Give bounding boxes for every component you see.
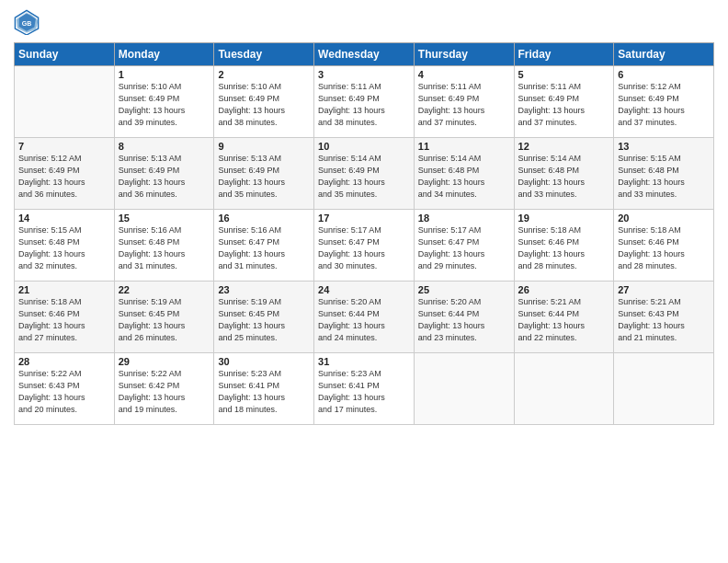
logo: GB [14, 9, 43, 35]
day-number: 5 [518, 69, 610, 80]
day-number: 16 [218, 213, 310, 224]
day-number: 13 [618, 141, 710, 152]
day-info: Sunrise: 5:12 AM Sunset: 6:49 PM Dayligh… [618, 81, 710, 129]
day-info: Sunrise: 5:17 AM Sunset: 6:47 PM Dayligh… [418, 224, 510, 272]
calendar-table: SundayMondayTuesdayWednesdayThursdayFrid… [14, 42, 714, 425]
day-number: 1 [119, 69, 210, 80]
calendar-cell: 14Sunrise: 5:15 AM Sunset: 6:48 PM Dayli… [15, 210, 115, 282]
calendar-cell: 8Sunrise: 5:13 AM Sunset: 6:49 PM Daylig… [114, 138, 214, 210]
calendar-cell: 3Sunrise: 5:11 AM Sunset: 6:49 PM Daylig… [314, 66, 415, 138]
day-number: 3 [318, 69, 410, 80]
day-number: 18 [418, 213, 510, 224]
calendar-cell: 4Sunrise: 5:11 AM Sunset: 6:49 PM Daylig… [414, 66, 514, 138]
week-row-4: 28Sunrise: 5:22 AM Sunset: 6:43 PM Dayli… [15, 353, 714, 425]
weekday-header-row: SundayMondayTuesdayWednesdayThursdayFrid… [15, 43, 714, 66]
day-number: 7 [18, 141, 110, 152]
calendar-cell: 6Sunrise: 5:12 AM Sunset: 6:49 PM Daylig… [614, 66, 714, 138]
day-info: Sunrise: 5:12 AM Sunset: 6:49 PM Dayligh… [18, 153, 110, 201]
day-info: Sunrise: 5:14 AM Sunset: 6:48 PM Dayligh… [518, 153, 610, 201]
calendar-cell: 10Sunrise: 5:14 AM Sunset: 6:49 PM Dayli… [314, 138, 415, 210]
day-info: Sunrise: 5:17 AM Sunset: 6:47 PM Dayligh… [318, 224, 410, 272]
header: GB [14, 9, 714, 35]
day-number: 25 [418, 284, 510, 295]
week-row-2: 14Sunrise: 5:15 AM Sunset: 6:48 PM Dayli… [15, 210, 714, 282]
day-number: 28 [18, 356, 110, 367]
calendar-cell: 31Sunrise: 5:23 AM Sunset: 6:41 PM Dayli… [314, 353, 415, 425]
day-number: 29 [119, 356, 210, 367]
calendar-cell: 21Sunrise: 5:18 AM Sunset: 6:46 PM Dayli… [15, 282, 115, 353]
day-number: 19 [518, 213, 610, 224]
weekday-friday: Friday [514, 43, 614, 66]
day-info: Sunrise: 5:14 AM Sunset: 6:49 PM Dayligh… [318, 153, 410, 201]
day-number: 2 [218, 69, 310, 80]
day-number: 6 [618, 69, 710, 80]
calendar-cell: 18Sunrise: 5:17 AM Sunset: 6:47 PM Dayli… [414, 210, 514, 282]
weekday-saturday: Saturday [614, 43, 714, 66]
day-info: Sunrise: 5:22 AM Sunset: 6:43 PM Dayligh… [18, 368, 110, 416]
calendar-cell [15, 66, 115, 138]
day-info: Sunrise: 5:22 AM Sunset: 6:42 PM Dayligh… [119, 368, 210, 416]
day-info: Sunrise: 5:23 AM Sunset: 6:41 PM Dayligh… [318, 368, 410, 416]
day-number: 27 [618, 284, 710, 295]
calendar-cell: 26Sunrise: 5:21 AM Sunset: 6:44 PM Dayli… [514, 282, 614, 353]
week-row-3: 21Sunrise: 5:18 AM Sunset: 6:46 PM Dayli… [15, 282, 714, 353]
day-number: 12 [518, 141, 610, 152]
day-number: 9 [218, 141, 310, 152]
calendar-cell: 16Sunrise: 5:16 AM Sunset: 6:47 PM Dayli… [214, 210, 314, 282]
logo-icon: GB [14, 9, 40, 35]
calendar-cell [514, 353, 614, 425]
calendar-cell: 15Sunrise: 5:16 AM Sunset: 6:48 PM Dayli… [114, 210, 214, 282]
day-number: 10 [318, 141, 410, 152]
weekday-sunday: Sunday [15, 43, 115, 66]
calendar-cell: 17Sunrise: 5:17 AM Sunset: 6:47 PM Dayli… [314, 210, 415, 282]
day-number: 23 [218, 284, 310, 295]
day-number: 14 [18, 213, 110, 224]
calendar-cell: 1Sunrise: 5:10 AM Sunset: 6:49 PM Daylig… [114, 66, 214, 138]
day-info: Sunrise: 5:11 AM Sunset: 6:49 PM Dayligh… [418, 81, 510, 129]
calendar-cell: 28Sunrise: 5:22 AM Sunset: 6:43 PM Dayli… [15, 353, 115, 425]
day-info: Sunrise: 5:15 AM Sunset: 6:48 PM Dayligh… [18, 224, 110, 272]
day-info: Sunrise: 5:11 AM Sunset: 6:49 PM Dayligh… [318, 81, 410, 129]
day-info: Sunrise: 5:19 AM Sunset: 6:45 PM Dayligh… [218, 296, 310, 344]
day-info: Sunrise: 5:18 AM Sunset: 6:46 PM Dayligh… [618, 224, 710, 272]
day-info: Sunrise: 5:18 AM Sunset: 6:46 PM Dayligh… [18, 296, 110, 344]
day-number: 11 [418, 141, 510, 152]
weekday-wednesday: Wednesday [314, 43, 415, 66]
day-info: Sunrise: 5:21 AM Sunset: 6:44 PM Dayligh… [518, 296, 610, 344]
page: GB SundayMondayTuesdayWednesdayThursdayF… [0, 0, 728, 563]
day-info: Sunrise: 5:14 AM Sunset: 6:48 PM Dayligh… [418, 153, 510, 201]
calendar-cell: 19Sunrise: 5:18 AM Sunset: 6:46 PM Dayli… [514, 210, 614, 282]
calendar-cell: 7Sunrise: 5:12 AM Sunset: 6:49 PM Daylig… [15, 138, 115, 210]
day-number: 30 [218, 356, 310, 367]
calendar-cell: 13Sunrise: 5:15 AM Sunset: 6:48 PM Dayli… [614, 138, 714, 210]
calendar-cell: 29Sunrise: 5:22 AM Sunset: 6:42 PM Dayli… [114, 353, 214, 425]
day-info: Sunrise: 5:13 AM Sunset: 6:49 PM Dayligh… [119, 153, 210, 201]
day-number: 31 [318, 356, 410, 367]
calendar-cell [414, 353, 514, 425]
day-number: 21 [18, 284, 110, 295]
calendar-cell: 24Sunrise: 5:20 AM Sunset: 6:44 PM Dayli… [314, 282, 415, 353]
day-number: 8 [119, 141, 210, 152]
day-info: Sunrise: 5:21 AM Sunset: 6:43 PM Dayligh… [618, 296, 710, 344]
calendar-cell: 11Sunrise: 5:14 AM Sunset: 6:48 PM Dayli… [414, 138, 514, 210]
day-info: Sunrise: 5:20 AM Sunset: 6:44 PM Dayligh… [318, 296, 410, 344]
weekday-thursday: Thursday [414, 43, 514, 66]
calendar-cell: 20Sunrise: 5:18 AM Sunset: 6:46 PM Dayli… [614, 210, 714, 282]
calendar-cell: 9Sunrise: 5:13 AM Sunset: 6:49 PM Daylig… [214, 138, 314, 210]
calendar-cell: 22Sunrise: 5:19 AM Sunset: 6:45 PM Dayli… [114, 282, 214, 353]
calendar-cell: 27Sunrise: 5:21 AM Sunset: 6:43 PM Dayli… [614, 282, 714, 353]
day-number: 22 [119, 284, 210, 295]
calendar-cell: 12Sunrise: 5:14 AM Sunset: 6:48 PM Dayli… [514, 138, 614, 210]
calendar-cell: 30Sunrise: 5:23 AM Sunset: 6:41 PM Dayli… [214, 353, 314, 425]
calendar-cell [614, 353, 714, 425]
week-row-1: 7Sunrise: 5:12 AM Sunset: 6:49 PM Daylig… [15, 138, 714, 210]
weekday-tuesday: Tuesday [214, 43, 314, 66]
day-info: Sunrise: 5:23 AM Sunset: 6:41 PM Dayligh… [218, 368, 310, 416]
day-info: Sunrise: 5:19 AM Sunset: 6:45 PM Dayligh… [119, 296, 210, 344]
svg-text:GB: GB [22, 20, 32, 27]
day-info: Sunrise: 5:10 AM Sunset: 6:49 PM Dayligh… [119, 81, 210, 129]
day-info: Sunrise: 5:16 AM Sunset: 6:47 PM Dayligh… [218, 224, 310, 272]
day-info: Sunrise: 5:16 AM Sunset: 6:48 PM Dayligh… [119, 224, 210, 272]
day-info: Sunrise: 5:10 AM Sunset: 6:49 PM Dayligh… [218, 81, 310, 129]
weekday-monday: Monday [114, 43, 214, 66]
